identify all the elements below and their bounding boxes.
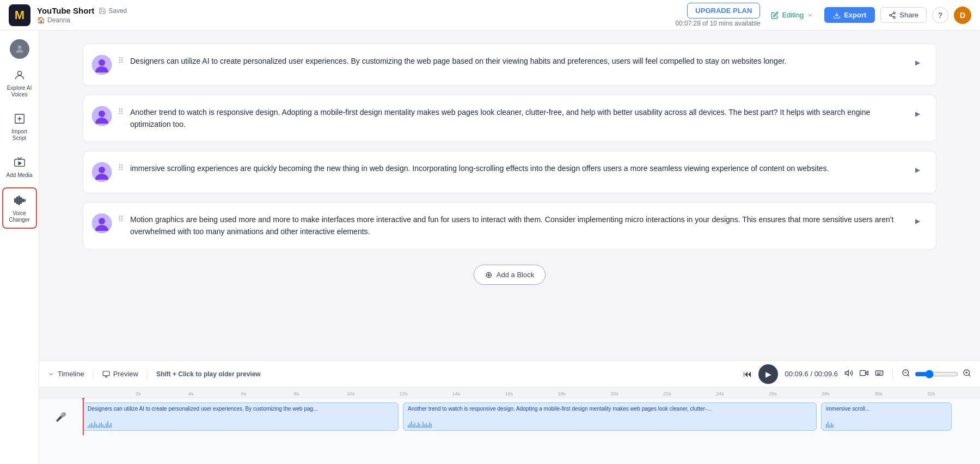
clip-3-text: immersive scroll...: [826, 405, 947, 412]
block-1-play-button[interactable]: ▶: [910, 55, 925, 70]
block-3-avatar: [92, 162, 112, 182]
breadcrumb: 🏠 Deanna: [37, 16, 127, 24]
header-right: UPGRADE PLAN 00:07:28 of 10 mins availab…: [675, 3, 971, 27]
zoom-out-button[interactable]: [902, 369, 910, 380]
timeline-tracks: 2s 4s 6s 8s 10s 12s 14s 16s 18s 20s 22s …: [39, 387, 980, 464]
skip-back-button[interactable]: ⏮: [743, 369, 752, 379]
sidebar: Explore AIVoices ImportScript Add Media: [0, 30, 39, 464]
user-avatar[interactable]: D: [954, 7, 971, 24]
time-display: 00:09.6 / 00:09.6: [785, 370, 838, 378]
script-block-2: ⠿ Another trend to watch is responsive d…: [83, 95, 936, 142]
block-3-play-button[interactable]: ▶: [910, 162, 925, 178]
block-2-play-button[interactable]: ▶: [910, 106, 925, 121]
saved-badge: Saved: [99, 7, 127, 15]
help-button[interactable]: ?: [932, 7, 948, 23]
sidebar-item-voice-changer[interactable]: VoiceChanger: [2, 187, 37, 229]
block-2-avatar: [92, 106, 112, 126]
editing-label: Editing: [782, 11, 804, 19]
block-4-avatar: [92, 213, 112, 233]
toolbar-divider-2: [147, 369, 148, 380]
timeline-panel: Timeline Preview Shift + Click to play o…: [39, 361, 980, 464]
svg-point-3: [893, 16, 896, 19]
sidebar-item-explore-ai-label: Explore AIVoices: [7, 85, 32, 98]
script-block-3: ⠿ immersive scrolling experiences are qu…: [83, 151, 936, 193]
clip-2-text: Another trend to watch is responsive des…: [408, 405, 812, 412]
add-block-plus-icon: ⊕: [485, 270, 492, 280]
sidebar-avatar[interactable]: [10, 39, 29, 59]
svg-line-4: [891, 15, 893, 16]
main-layout: Explore AIVoices ImportScript Add Media: [0, 30, 980, 464]
svg-point-6: [17, 45, 21, 49]
caption-button[interactable]: [875, 369, 884, 380]
sidebar-item-explore-ai[interactable]: Explore AIVoices: [2, 63, 37, 102]
sidebar-item-add-media-label: Add Media: [7, 172, 33, 179]
shift-hint: Shift + Click to play older preview: [156, 370, 261, 378]
time-info: 00:07:28 of 10 mins available: [675, 20, 760, 27]
svg-point-17: [99, 59, 105, 66]
sidebar-item-add-media[interactable]: Add Media: [2, 150, 37, 183]
export-button[interactable]: Export: [824, 7, 875, 23]
svg-point-19: [99, 111, 105, 117]
block-3-text[interactable]: immersive scrolling experiences are quic…: [130, 162, 903, 174]
header-title-section: YouTube Short Saved 🏠 Deanna: [37, 6, 127, 24]
svg-point-2: [890, 14, 892, 16]
sidebar-item-voice-changer-label: VoiceChanger: [9, 210, 29, 223]
svg-point-21: [99, 167, 105, 173]
audio-track-row: 🎤 Designers can utilize AI to create per…: [39, 398, 980, 435]
import-script-icon: [12, 111, 27, 126]
svg-line-36: [969, 375, 970, 376]
svg-line-33: [908, 375, 909, 376]
toolbar-divider-3: [892, 369, 893, 380]
clip-1-text: Designers can utilize AI to create perso…: [88, 405, 394, 412]
preview-button[interactable]: Preview: [102, 370, 138, 378]
add-block-button[interactable]: ⊕ Add a Block: [474, 265, 546, 285]
voice-changer-icon: [12, 193, 27, 208]
block-1-text[interactable]: Designers can utilize AI to create perso…: [130, 55, 903, 67]
editing-button[interactable]: Editing: [765, 8, 819, 22]
svg-rect-15: [24, 199, 26, 202]
drag-handle-3[interactable]: ⠿: [118, 162, 124, 172]
svg-rect-28: [860, 370, 866, 375]
clip-1[interactable]: Designers can utilize AI to create perso…: [83, 402, 399, 431]
timeline-playhead[interactable]: [83, 398, 84, 435]
sidebar-item-import-script[interactable]: ImportScript: [2, 107, 37, 146]
share-button[interactable]: Share: [880, 7, 927, 23]
block-2-text[interactable]: Another trend to watch is responsive des…: [130, 106, 903, 131]
svg-rect-12: [19, 196, 20, 205]
toolbar-divider-1: [93, 369, 94, 380]
right-controls: [902, 369, 971, 380]
svg-rect-14: [22, 199, 23, 202]
microphone-icon[interactable]: 🎤: [56, 412, 66, 422]
zoom-in-button[interactable]: [963, 369, 971, 380]
play-pause-button[interactable]: ▶: [758, 364, 778, 384]
camera-button[interactable]: [860, 369, 868, 380]
drag-handle-1[interactable]: ⠿: [118, 55, 124, 65]
add-media-icon: [12, 155, 27, 170]
svg-marker-27: [845, 370, 848, 375]
block-4-text[interactable]: Motion graphics are being used more and …: [130, 213, 903, 238]
svg-rect-10: [14, 198, 15, 202]
drag-handle-2[interactable]: ⠿: [118, 106, 124, 116]
timeline-collapse-button[interactable]: Timeline: [48, 370, 84, 378]
svg-point-7: [17, 71, 21, 75]
zoom-slider[interactable]: [915, 370, 958, 378]
volume-button[interactable]: [844, 369, 853, 380]
block-1-avatar: [92, 55, 112, 75]
block-4-play-button[interactable]: ▶: [910, 213, 925, 229]
upgrade-plan-button[interactable]: UPGRADE PLAN: [687, 3, 760, 19]
track-clips: Designers can utilize AI to create perso…: [83, 398, 980, 435]
sidebar-item-import-script-label: ImportScript: [11, 129, 27, 142]
clip-2[interactable]: Another trend to watch is responsive des…: [403, 402, 817, 431]
svg-point-1: [893, 12, 896, 14]
app-header: M YouTube Short Saved 🏠 Deanna UPGRADE P…: [0, 0, 980, 30]
play-controls: ⏮ ▶ 00:09.6 / 00:09.6: [743, 364, 884, 384]
timeline-ruler: 2s 4s 6s 8s 10s 12s 14s 16s 18s 20s 22s …: [39, 387, 980, 398]
clip-3[interactable]: immersive scroll...: [821, 402, 952, 431]
explore-ai-icon: [12, 68, 27, 83]
timeline-toolbar: Timeline Preview Shift + Click to play o…: [39, 361, 980, 387]
svg-rect-13: [20, 198, 21, 204]
project-title: YouTube Short: [37, 6, 94, 15]
svg-point-23: [99, 218, 105, 224]
track-label: 🎤: [39, 398, 83, 435]
drag-handle-4[interactable]: ⠿: [118, 213, 124, 223]
